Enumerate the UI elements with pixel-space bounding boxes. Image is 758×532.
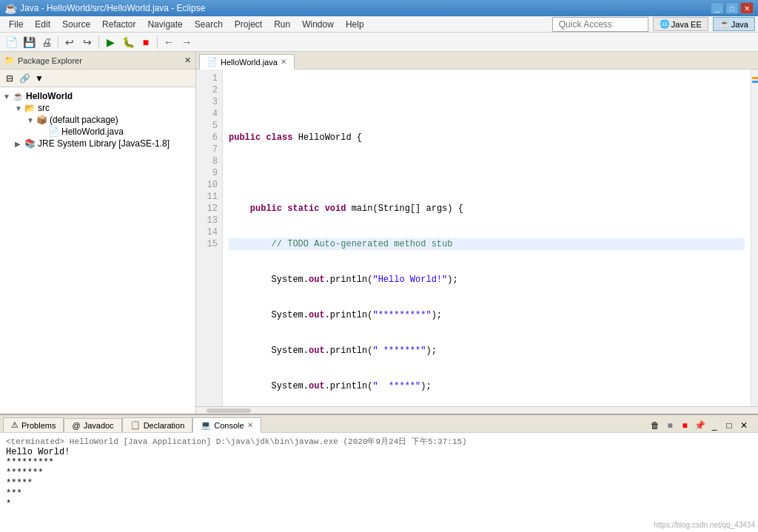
console-output-line-5: ***: [6, 488, 752, 499]
print-button[interactable]: 🖨: [38, 34, 55, 50]
package-explorer: 📁 Package Explorer ✕ ⊟ 🔗 ▼ ▼ ☕ HelloWorl…: [0, 52, 196, 414]
menu-window[interactable]: Window: [296, 18, 340, 31]
maximize-button[interactable]: □: [725, 2, 739, 14]
menu-edit[interactable]: Edit: [29, 18, 56, 31]
menu-file[interactable]: File: [3, 18, 29, 31]
toolbar: 📄 💾 🖨 ↩ ↪ ▶ 🐛 ■ ← →: [0, 33, 758, 52]
tab-declaration[interactable]: 📋 Declaration: [122, 417, 193, 432]
title-bar-controls: _ □ ✕: [711, 2, 754, 14]
back-button[interactable]: ←: [161, 34, 177, 50]
console-label: Console: [214, 421, 244, 430]
line-num-6: 6: [201, 132, 218, 144]
menu-refactor[interactable]: Refactor: [96, 18, 141, 31]
pe-link-btn[interactable]: 🔗: [18, 72, 31, 85]
problems-label: Problems: [21, 421, 56, 430]
jre-label: JRE System Library [JavaSE-1.8]: [38, 138, 170, 149]
tab-javadoc[interactable]: @ Javadoc: [64, 418, 121, 432]
console-tab-close[interactable]: ✕: [247, 421, 253, 429]
new-button[interactable]: 📄: [3, 34, 19, 50]
tree-item-helloworld-java[interactable]: ▶ 📄 HelloWorld.java: [3, 126, 192, 138]
right-margin: [751, 70, 758, 406]
undo-button[interactable]: ↩: [61, 34, 78, 50]
hscroll-thumb[interactable]: [207, 408, 251, 413]
forward-button[interactable]: →: [178, 34, 195, 50]
editor-area: 📄 HelloWorld.java ✕ 1 2 3 4 5 6 7 8 9 10: [196, 52, 758, 414]
margin-marker-1: [752, 77, 758, 79]
code-line-5: // TODO Auto-generated method stub: [229, 238, 745, 250]
pe-close-icon[interactable]: ✕: [184, 55, 191, 65]
title-bar: ☕ Java - HelloWorld/src/HelloWorld.java …: [0, 0, 758, 16]
menu-help[interactable]: Help: [340, 18, 370, 31]
line-num-5: 5: [201, 120, 218, 132]
src-expand-arrow: ▼: [15, 104, 22, 112]
bottom-panel-controls: 🗑 ■ ■ 📌 _ □ ✕: [648, 419, 755, 432]
tree-item-default-pkg[interactable]: ▼ 📦 (default package): [3, 114, 192, 126]
menu-source[interactable]: Source: [56, 18, 96, 31]
line-num-3: 3: [201, 96, 218, 108]
src-label: src: [38, 103, 50, 113]
console-close-btn[interactable]: ✕: [737, 419, 751, 432]
stop-button[interactable]: ■: [138, 34, 154, 50]
javaee-icon: 🌐: [660, 19, 670, 29]
redo-button[interactable]: ↪: [79, 34, 95, 50]
tab-title: HelloWorld.java: [221, 58, 278, 67]
console-clear-btn[interactable]: 🗑: [648, 419, 662, 432]
tab-java-icon: 📄: [207, 57, 218, 67]
bottom-tabs: ⚠ Problems @ Javadoc 📋 Declaration 💻 Con…: [0, 415, 758, 433]
tree-item-src[interactable]: ▼ 📂 src: [3, 102, 192, 114]
line-num-2: 2: [201, 84, 218, 96]
line-num-13: 13: [201, 215, 218, 226]
javadoc-label: Javadoc: [84, 421, 114, 430]
menu-search[interactable]: Search: [189, 18, 229, 31]
editor-hscrollbar[interactable]: [196, 406, 758, 414]
pe-tree: ▼ ☕ HelloWorld ▼ 📂 src ▼ 📦 (default pack…: [0, 87, 195, 414]
menu-run[interactable]: Run: [268, 18, 296, 31]
console-content: <terminated> HelloWorld [Java Applicatio…: [0, 433, 758, 532]
close-button[interactable]: ✕: [740, 2, 754, 14]
code-line-7: System.out.println("*********");: [229, 309, 745, 321]
tab-console[interactable]: 💻 Console ✕: [192, 417, 261, 433]
window-title: Java - HelloWorld/src/HelloWorld.java - …: [20, 3, 205, 13]
code-line-3: [229, 167, 745, 179]
pe-collapse-btn[interactable]: ⊟: [3, 72, 16, 85]
code-line-2: public class HelloWorld {: [229, 132, 745, 144]
perspective-java[interactable]: ☕ Java: [713, 17, 755, 31]
code-line-1: [229, 96, 745, 108]
debug-button[interactable]: 🐛: [120, 34, 136, 50]
java-label: Java: [731, 20, 748, 29]
perspective-javaee[interactable]: 🌐 Java EE: [653, 17, 708, 31]
project-label: HelloWorld: [26, 91, 73, 101]
code-line-6: System.out.println("Hello World!");: [229, 274, 745, 286]
console-output-line-3: *******: [6, 468, 752, 478]
declaration-label: Declaration: [144, 421, 185, 430]
pe-view-menu-btn[interactable]: ▼: [33, 72, 46, 85]
run-button[interactable]: ▶: [102, 34, 118, 50]
editor-tab-helloworld[interactable]: 📄 HelloWorld.java ✕: [199, 54, 295, 70]
console-pin-btn[interactable]: 📌: [693, 419, 706, 432]
toolbar-sep1: [58, 36, 58, 49]
console-stop-btn[interactable]: ■: [663, 419, 677, 432]
tree-item-helloworld[interactable]: ▼ ☕ HelloWorld: [3, 90, 192, 102]
pe-title: Package Explorer: [18, 56, 82, 65]
console-maximize-btn[interactable]: □: [722, 419, 736, 432]
console-minimize-btn[interactable]: _: [708, 419, 721, 432]
bottom-panel: ⚠ Problems @ Javadoc 📋 Declaration 💻 Con…: [0, 414, 758, 532]
problems-icon: ⚠: [11, 420, 19, 430]
console-terminate-btn[interactable]: ■: [678, 419, 691, 432]
src-folder-icon: 📂: [24, 103, 36, 113]
line-num-12: 12: [201, 203, 218, 215]
menu-project[interactable]: Project: [229, 18, 268, 31]
minimize-button[interactable]: _: [711, 2, 724, 14]
line-num-11: 11: [201, 191, 218, 203]
save-button[interactable]: 💾: [21, 34, 37, 50]
title-bar-title: ☕ Java - HelloWorld/src/HelloWorld.java …: [4, 2, 205, 14]
tab-problems[interactable]: ⚠ Problems: [3, 417, 64, 432]
jre-expand-arrow: ▶: [15, 140, 22, 148]
tree-item-jre[interactable]: ▶ 📚 JRE System Library [JavaSE-1.8]: [3, 138, 192, 149]
menu-navigate[interactable]: Navigate: [141, 18, 188, 31]
code-editor[interactable]: public class HelloWorld { public static …: [223, 70, 751, 406]
code-line-8: System.out.println(" *******");: [229, 345, 745, 357]
quick-access-input[interactable]: [552, 17, 648, 32]
tab-close-icon[interactable]: ✕: [281, 58, 286, 66]
line-num-1: 1: [201, 73, 218, 84]
